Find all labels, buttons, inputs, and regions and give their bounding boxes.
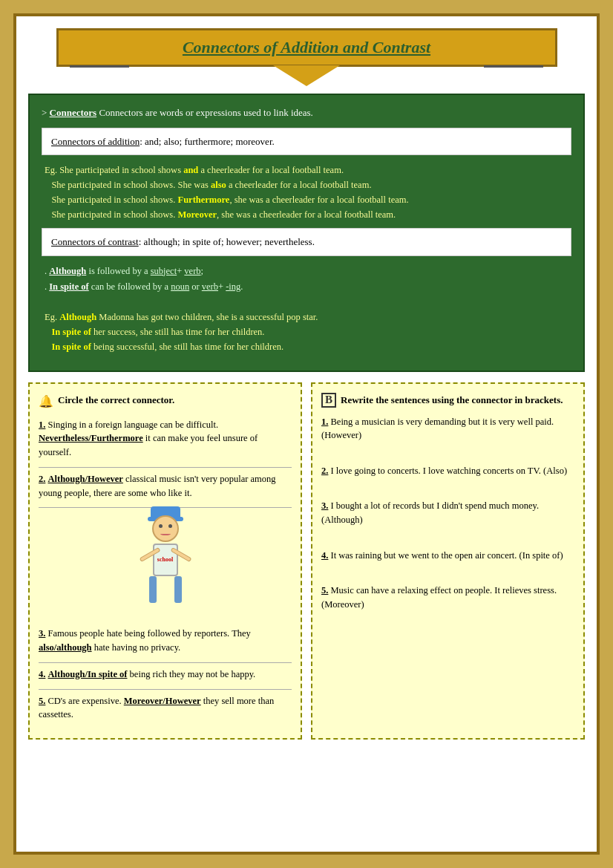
arrow-down — [273, 65, 340, 86]
char-leg-right — [174, 576, 182, 603]
exercise-a-item-3: 3. Famous people hate being followed by … — [39, 627, 292, 655]
exercise-a-header: 🔔 Circle the correct connector. — [39, 393, 292, 411]
addition-connectors: and; also; furthermore; moreover. — [145, 136, 275, 147]
addition-examples: Eg. She participated in school shows and… — [42, 163, 571, 222]
connector-4: Although/In spite of — [48, 669, 128, 679]
exercise-b-icon: B — [321, 393, 336, 408]
page-title: Connectors of Addition and Contrast — [81, 38, 533, 57]
char-head — [152, 515, 179, 542]
connector-5: Moreover/However — [124, 696, 201, 706]
contrast-label: Connectors of contrast — [51, 236, 139, 247]
char-leg-left — [149, 576, 157, 603]
char-body-label: school — [157, 557, 173, 564]
arrow-line-left — [70, 65, 129, 68]
exercise-a-item-4: 4. Although/In spite of being rich they … — [39, 668, 292, 682]
example-2: She participated in school shows. She wa… — [45, 177, 568, 192]
example-4: She participated in school shows. Moreov… — [45, 207, 568, 222]
exercise-a-column: 🔔 Circle the correct connector. 1. Singi… — [28, 382, 302, 740]
exercise-b-item-2: 2. I love going to concerts. I love watc… — [321, 464, 574, 478]
contrast-example-3: In spite of being successful, she still … — [45, 339, 568, 354]
contrast-notes: . Although is followed by a subject+ ver… — [42, 264, 571, 296]
title-section: Connectors of Addition and Contrast — [28, 28, 585, 86]
addition-label: Connectors of addition — [51, 136, 140, 147]
exercise-b-item-4: 4. It was raining but we went to the ope… — [321, 549, 574, 563]
exercise-a-icon: 🔔 — [39, 393, 53, 411]
contrast-box: Connectors of contrast: although; in spi… — [42, 228, 571, 256]
exercise-a-item-5: 5. CD's are expensive. Moreover/However … — [39, 694, 292, 722]
contrast-example-1: Eg. Although Madonna has got two childre… — [45, 310, 568, 324]
contrast-example-2: In spite of her success, she still has t… — [45, 324, 568, 339]
page: Connectors of Addition and Contrast > Co… — [13, 13, 600, 855]
connector-1: Nevertheless/Furthermore — [39, 433, 143, 443]
exercise-a-item-2: 2. Although/However classical music isn'… — [39, 472, 292, 500]
exercise-a-item-1: 1. Singing in a foreign language can be … — [39, 418, 292, 460]
exercise-b-column: B Rewrite the sentences using the connec… — [311, 382, 585, 740]
example-3: She participated in school shows. Furthe… — [45, 192, 568, 207]
intro-description: Connectors are words or expressions used… — [99, 107, 312, 118]
note-inspite: . In spite of can be followed by a noun … — [45, 279, 568, 295]
connector-3: also/although — [39, 642, 92, 653]
connectors-label: Connectors — [50, 107, 97, 118]
contrast-examples: Eg. Although Madonna has got two childre… — [42, 310, 571, 354]
example-1: Eg. She participated in school shows and… — [45, 163, 568, 177]
addition-box: Connectors of addition: and; also; furth… — [42, 128, 571, 156]
exercise-b-title: Rewrite the sentences using the connecto… — [341, 393, 563, 408]
character-container: school — [39, 515, 292, 619]
exercise-a-title: Circle the correct connector. — [58, 393, 174, 408]
character: school — [136, 515, 195, 619]
theory-box: > Connectors Connectors are words or exp… — [28, 94, 585, 372]
exercise-b-item-3: 3. I bought a lot of records but I didn'… — [321, 499, 574, 527]
connector-2: Although/However — [48, 474, 123, 484]
exercise-b-item-1: 1. Being a musician is very demanding bu… — [321, 415, 574, 443]
intro-text: > Connectors Connectors are words or exp… — [42, 105, 571, 120]
contrast-connectors: although; in spite of; however; neverthe… — [144, 236, 315, 247]
exercise-b-header: B Rewrite the sentences using the connec… — [321, 393, 574, 408]
exercise-b-item-5: 5. Music can have a relaxing effect on p… — [321, 584, 574, 612]
bottom-columns: 🔔 Circle the correct connector. 1. Singi… — [28, 382, 585, 740]
note-although: . Although is followed by a subject+ ver… — [45, 264, 568, 279]
title-box: Connectors of Addition and Contrast — [56, 28, 557, 67]
arrow-line-right — [484, 65, 543, 68]
